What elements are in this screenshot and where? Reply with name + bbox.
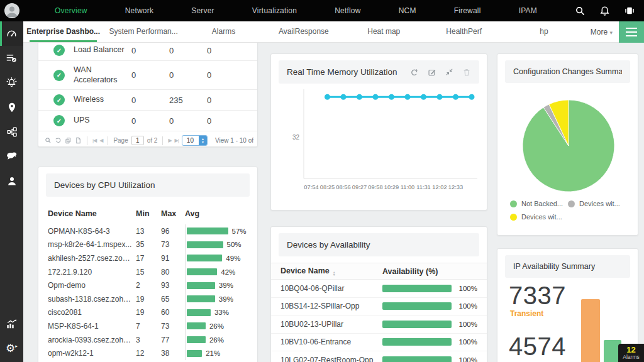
device-category-name[interactable]: WAN Accelerators [74,65,131,85]
device-category-name[interactable]: Load Balancer [74,45,131,55]
avg-bar-cell: 50% [185,238,248,252]
nav-item-virtualization[interactable]: Virtualization [252,6,297,15]
tab-enterprise-dashbo[interactable]: Enterprise Dashbo... [23,21,103,42]
legend-item[interactable]: Devices wit... [510,213,568,221]
document-icon[interactable] [75,137,82,144]
alarm-count-badge[interactable]: 12 Alarms [618,344,644,362]
device-name-link[interactable]: OPMAN-K8S-64-3 [48,227,136,236]
status-ok-icon: ✓ [53,45,65,56]
collapse-icon[interactable] [445,68,453,77]
nav-item-netflow[interactable]: Netflow [335,6,360,15]
nav-item-ncm[interactable]: NCM [399,6,416,15]
next-page-button[interactable]: ▶ [168,138,171,143]
tab-hp[interactable]: hp [504,21,584,42]
page-size-select[interactable]: 10 ▲▼ [182,135,208,146]
device-name-link[interactable]: cisco2081 [48,308,136,317]
tab-system-performan[interactable]: System Performan... [103,21,183,42]
sort-device-name[interactable]: Device Name▲▼ [280,266,382,276]
apps-icon[interactable] [624,5,635,16]
device-name-link[interactable]: msp-k8r2e-64-1.mspex... [48,240,136,249]
tab-heat-map[interactable]: Heat map [344,21,424,42]
config-pie-chart [504,93,633,199]
count-value: 0 [131,70,169,80]
device-name-link[interactable]: 10BU02-13-UPillar [280,320,382,329]
last-page-button[interactable]: ▶| [175,138,179,143]
device-name-link[interactable]: opm-w2k12-1 [48,349,136,358]
availability-bar [382,356,452,362]
nav-item-network[interactable]: Network [125,6,153,15]
device-name-link[interactable]: 172.21.9.120 [48,268,136,277]
copy-icon[interactable] [65,137,72,144]
device-name-link[interactable]: 10LG02-07-RestRoom-Opp [280,356,382,362]
availability-label: 100% [459,285,477,292]
search-icon[interactable] [575,6,586,16]
sidebar-item-user[interactable] [0,168,23,193]
status-ok-icon: ✓ [53,70,65,81]
sidebar-item-chat[interactable] [0,144,23,168]
nav-item-ipam[interactable]: IPAM [519,6,537,15]
legend-item[interactable]: Not Backed... [510,200,568,207]
config-changes-widget: Configuration Changes Summary Not Backed… [497,53,638,236]
legend-item[interactable]: Devices wit... [568,200,631,207]
nav-item-overview[interactable]: Overview [55,6,87,15]
refresh-icon[interactable] [410,68,419,77]
sidebar-item-topology[interactable] [0,119,23,144]
tab-availresponse[interactable]: AvailResponse [264,21,343,42]
svg-text:11:00: 11:00 [401,184,415,190]
refresh-icon[interactable] [55,137,62,144]
chat-icon [6,150,18,162]
user-avatar[interactable] [0,0,23,21]
count-value: 235 [169,96,207,105]
min-value: 13 [136,227,161,236]
max-value: 93 [161,281,185,290]
svg-text:10:29: 10:29 [384,184,399,190]
sidebar-item-monitor-list[interactable] [0,46,23,70]
spinner-icon: ▲▼ [199,135,207,146]
nav-item-server[interactable]: Server [191,6,214,15]
avg-label: 21% [206,349,220,357]
device-name-link[interactable]: subash-1318.csez.zohoc... [48,295,136,304]
count-value: 0 [169,116,207,126]
device-name-link[interactable]: MSP-K8S-64-1 [48,322,136,331]
dashboard-menu-button[interactable] [619,21,644,43]
nav-item-firewall[interactable]: Firewall [454,6,481,15]
device-name-link[interactable]: 10BQ04-06-QPillar [280,284,382,293]
device-category-name[interactable]: Wireless [74,95,131,105]
page-number-input[interactable] [131,136,144,145]
sidebar-item-alarm-bell[interactable] [0,70,23,95]
max-value: 73 [161,240,185,249]
widget-title: Devices by CPU Utilization [54,180,242,190]
prev-page-button[interactable]: ◀ [99,138,103,143]
settings-gear-icon: ⚙▸ [6,343,18,354]
topology-icon [6,126,18,138]
device-name-link[interactable]: akhilesh-2527.csez.zoho.. [48,254,136,263]
max-value: 80 [161,268,185,277]
delete-icon[interactable] [462,68,471,77]
device-name-link[interactable]: 10BV10-06-Entrance [280,337,382,346]
sidebar-item-map-pin[interactable] [0,95,23,119]
tab-healthperf[interactable]: HealthPerf [424,21,504,42]
min-value: 15 [136,268,161,277]
edit-icon[interactable] [428,68,436,77]
sidebar-item-gauge[interactable] [0,21,23,46]
device-category-name[interactable]: UPS [74,116,131,126]
device-name-link[interactable]: 10BS14-12-SPillar-Opp [280,302,382,310]
sidebar-item-reports-chart[interactable] [0,312,23,336]
widget-title: Configuration Changes Summary [513,67,622,76]
avg-label: 39% [219,295,233,303]
avg-bar-cell: 57% [185,224,248,238]
device-name-link[interactable]: arockia-0393.csez.zoho... [48,336,136,344]
bell-icon[interactable] [599,6,610,16]
tab-alarms[interactable]: Alarms [184,21,264,42]
memory-line-chart: 3207:5408:2508:5609:2709:5810:2911:0011:… [279,84,481,197]
more-tabs-button[interactable]: More ▾ [584,28,619,36]
sidebar-item-settings-gear[interactable]: ⚙▸ [0,336,23,361]
first-page-button[interactable]: |◀ [92,138,96,143]
search-icon[interactable] [45,137,52,144]
gauge-icon [6,28,18,40]
max-value: 73 [161,322,185,331]
availability-bar [382,321,452,328]
widget-title: Devices by Availability [287,240,471,250]
device-name-link[interactable]: Opm-demo [48,281,136,290]
table-row: 10BS14-12-SPillar-Opp100% [271,298,487,316]
